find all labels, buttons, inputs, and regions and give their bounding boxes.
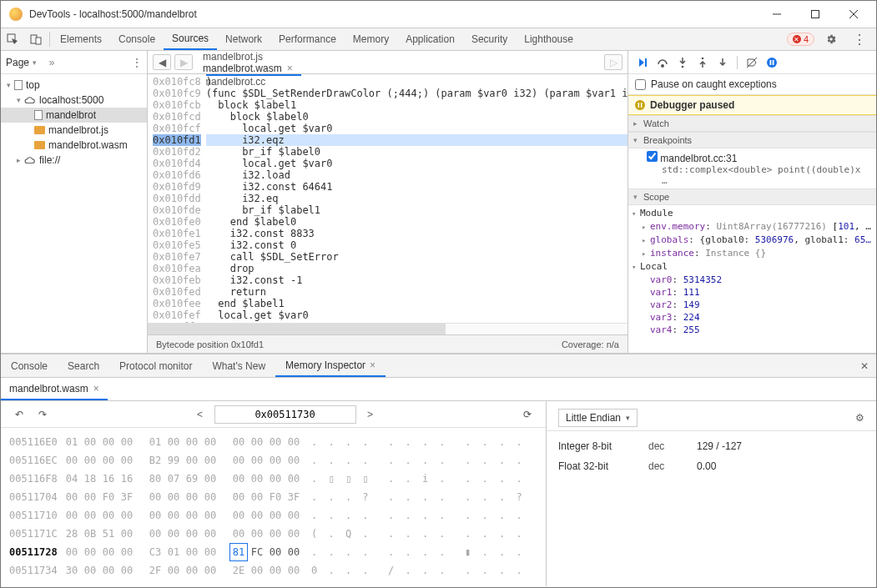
pause-on-caught-checkbox[interactable]	[635, 79, 646, 90]
editor-history-forward[interactable]: ▶	[174, 54, 193, 70]
scope-local-header[interactable]: ▾Local	[632, 260, 873, 274]
tree-node-file-mandelbrot[interactable]: mandelbrot	[1, 108, 147, 123]
window-maximize-button[interactable]	[796, 1, 834, 28]
memory-address-input[interactable]	[214, 405, 356, 424]
svg-rect-16	[638, 103, 640, 108]
drawer-tab[interactable]: Console	[1, 354, 58, 377]
navigator-mode-label[interactable]: Page	[6, 57, 29, 68]
debugger-paused-banner: Debugger paused	[628, 95, 876, 115]
scope-local-var[interactable]: var4: 255	[650, 324, 873, 336]
step-into-button[interactable]	[673, 53, 692, 72]
memory-inspector-file-tab[interactable]: mandelbrot.wasm×	[1, 378, 108, 400]
watch-pane-header[interactable]: ▸Watch	[628, 115, 876, 132]
nav-tab-console[interactable]: Console	[110, 28, 164, 50]
scope-pane-header[interactable]: ▾Scope	[628, 188, 876, 205]
tree-node-file-mandelbrot-wasm[interactable]: mandelbrot.wasm	[1, 138, 147, 153]
svg-rect-14	[773, 60, 774, 65]
drawer-tab[interactable]: What's New	[202, 354, 275, 377]
error-count-value: 4	[804, 34, 809, 44]
tree-node-origin[interactable]: ▾localhost:5000	[1, 93, 147, 108]
drawer-tab[interactable]: Search	[58, 354, 109, 377]
code-editor[interactable]: 0x010fc80x010fc90x010fcb0x010fcd0x010fcf…	[148, 74, 628, 323]
tree-node-file-mandelbrot-js[interactable]: mandelbrot.js	[1, 123, 147, 138]
svg-rect-13	[770, 60, 772, 65]
pause-on-caught-row[interactable]: Pause on caught exceptions	[628, 74, 876, 95]
cloud-icon	[24, 94, 36, 106]
step-out-button[interactable]	[693, 53, 712, 72]
editor-tab[interactable]: mandelbrot.js	[194, 51, 301, 63]
folder-icon	[34, 126, 45, 134]
svg-rect-7	[645, 58, 647, 67]
scope-globals[interactable]: ▸globals: {global0: 5306976, global1: 65…	[632, 234, 873, 247]
device-toolbar-button[interactable]	[24, 28, 48, 50]
window-close-button[interactable]	[834, 1, 873, 28]
endianness-selector[interactable]: Little Endian▾	[558, 409, 638, 427]
coverage-label: Coverage: n/a	[562, 339, 619, 349]
memory-prev-page[interactable]: <	[191, 409, 209, 420]
settings-button[interactable]	[819, 33, 843, 45]
pause-on-caught-label: Pause on caught exceptions	[651, 78, 777, 90]
svg-point-12	[767, 58, 777, 68]
drawer-panel: ConsoleSearchProtocol monitorWhat's NewM…	[1, 353, 876, 586]
window-minimize-button[interactable]	[758, 1, 796, 28]
deactivate-breakpoints-button[interactable]	[743, 53, 761, 72]
memory-refresh-button[interactable]: ⟳	[519, 409, 536, 420]
memory-next-page[interactable]: >	[361, 409, 380, 420]
memory-settings-button[interactable]: ⚙	[855, 412, 864, 424]
nav-tab-network[interactable]: Network	[217, 28, 270, 50]
folder-icon	[34, 141, 45, 149]
file-icon	[34, 110, 43, 120]
memory-hex-view[interactable]: 005116E0010000000100000000000000. . . . …	[1, 428, 546, 585]
svg-rect-1	[812, 11, 819, 18]
typed-value-row: Float 32-bitdec0.00	[558, 456, 864, 476]
step-button[interactable]	[713, 53, 732, 72]
scope-local-var[interactable]: var0: 5314352	[650, 274, 873, 286]
scope-local-var[interactable]: var2: 149	[650, 299, 873, 311]
nav-tab-application[interactable]: Application	[397, 28, 463, 50]
resume-button[interactable]	[633, 53, 652, 72]
breakpoints-pane-header[interactable]: ▾Breakpoints	[628, 132, 876, 148]
pause-on-exceptions-button[interactable]	[763, 53, 781, 72]
nav-tab-security[interactable]: Security	[463, 28, 516, 50]
more-menu-button[interactable]: ⋮	[848, 32, 871, 48]
breakpoint-item[interactable]: mandelbrot.cc:31 std::complex<double> po…	[628, 148, 876, 188]
svg-point-10	[702, 57, 704, 59]
editor-run-snippet[interactable]: ▷	[604, 54, 622, 70]
nav-tab-memory[interactable]: Memory	[345, 28, 397, 50]
nav-tab-elements[interactable]: Elements	[52, 28, 110, 50]
tree-node-file-scheme[interactable]: ▸file://	[1, 153, 147, 168]
memory-undo-button[interactable]: ↶	[11, 409, 28, 420]
editor-tabstrip: ◀ ▶ mandelbrot.jsmandelbrot.wasm×mandelb…	[148, 51, 628, 74]
nav-tab-lighthouse[interactable]: Lighthouse	[516, 28, 582, 50]
error-count-badge[interactable]: ✕4	[787, 33, 814, 46]
navigator-more-button[interactable]: ⋮	[132, 57, 142, 68]
memory-redo-button[interactable]: ↷	[34, 409, 51, 420]
close-icon[interactable]: ×	[287, 63, 293, 74]
svg-point-15	[635, 100, 645, 110]
cloud-icon	[24, 154, 36, 166]
scope-env-memory[interactable]: ▸env.memory: Uint8Array(16777216) [101, …	[632, 220, 873, 234]
editor-statusbar: Bytecode position 0x10fd1 Coverage: n/a	[148, 334, 628, 353]
editor-horizontal-scrollbar[interactable]	[148, 323, 628, 334]
devtools-app-icon	[9, 8, 23, 21]
close-icon[interactable]: ×	[93, 383, 99, 395]
editor-history-back[interactable]: ◀	[153, 54, 171, 70]
scope-module-header[interactable]: ▾Module	[632, 207, 873, 220]
breakpoint-checkbox[interactable]	[647, 151, 658, 162]
breakpoint-detail: std::complex<double> point((double)x …	[647, 164, 871, 186]
nav-tab-performance[interactable]: Performance	[270, 28, 345, 50]
drawer-close-button[interactable]: ✕	[853, 354, 876, 377]
typed-value-row: Integer 8-bitdec129 / -127	[558, 436, 864, 456]
drawer-tab[interactable]: Memory Inspector×	[275, 354, 386, 377]
nav-tab-sources[interactable]: Sources	[164, 28, 217, 50]
scope-local-var[interactable]: var1: 111	[650, 286, 873, 299]
tree-node-top[interactable]: ▾top	[1, 78, 147, 93]
close-icon[interactable]: ×	[370, 359, 375, 371]
scope-instance[interactable]: ▸instance: Instance {}	[632, 247, 873, 260]
inspect-element-button[interactable]	[1, 28, 24, 50]
frame-icon	[14, 80, 23, 90]
drawer-tab[interactable]: Protocol monitor	[109, 354, 202, 377]
scope-local-var[interactable]: var3: 224	[650, 311, 873, 324]
step-over-button[interactable]	[653, 53, 672, 72]
navigator-panel: Page▾ » ⋮ ▾top ▾localhost:5000 mandelbro…	[1, 51, 148, 353]
